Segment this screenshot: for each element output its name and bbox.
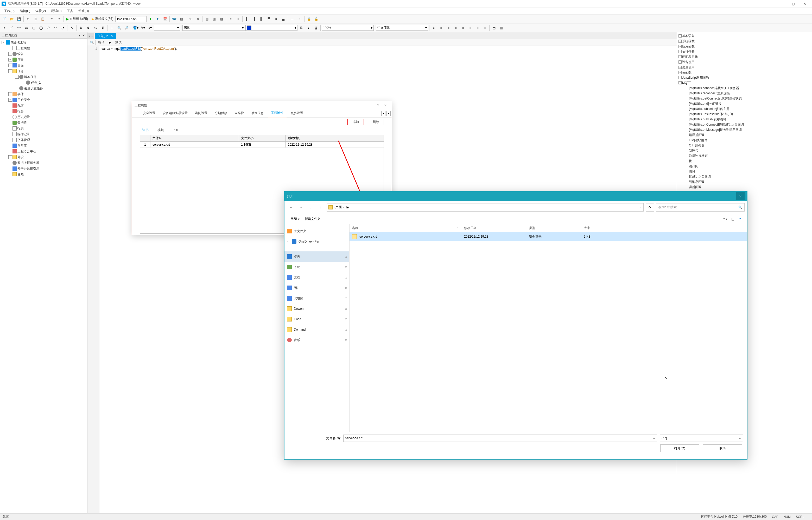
lineweight-combo[interactable]: ▾ [154, 25, 180, 31]
tree-item[interactable]: −脚本任务 [1, 74, 87, 80]
download-icon[interactable]: ⬇ [147, 16, 154, 22]
organize-menu[interactable]: 组织▾ [288, 216, 302, 222]
subtab-cert[interactable]: 证书 [140, 127, 151, 133]
al-left-icon[interactable]: ▌ [244, 16, 250, 22]
sub-search-icon[interactable]: 🔍 [89, 40, 95, 45]
add-button[interactable]: 添加 [347, 119, 364, 125]
tree-root[interactable]: −未命名工程 [1, 40, 87, 45]
close-button[interactable]: ✕ [799, 0, 810, 7]
sidebar-item[interactable]: 此电脑⊘ [284, 293, 349, 304]
underline-icon[interactable]: U [313, 25, 319, 31]
rt-cat[interactable]: +执行任务 [677, 49, 811, 54]
open-dialog-header[interactable]: 打开 ✕ [284, 191, 747, 201]
tree-item[interactable]: +外设 [1, 154, 87, 160]
rt-item[interactable]: [MqttUtils.end]关闭链接 [677, 101, 811, 106]
c7-icon[interactable]: ■ [474, 25, 481, 31]
xy-icon[interactable]: ⊹ [109, 25, 115, 31]
new-folder-button[interactable]: 新建文件夹 [302, 216, 323, 222]
dialog-tab[interactable]: 更多设置 [287, 109, 306, 117]
fontcolor-combo[interactable]: ▾ [246, 25, 298, 31]
cut-icon[interactable]: ✂ [25, 16, 31, 22]
file-row[interactable]: server-ca.crt 2022/12/12 19:23 安全证书 2 KB [349, 232, 747, 241]
col-size[interactable]: 大小 [581, 226, 747, 230]
dialog-tab[interactable]: 设备端服务器设置 [160, 109, 191, 117]
editor-tab[interactable]: 任务_1* ✕ [95, 33, 116, 39]
tree-item[interactable]: 工程语言中心 [1, 149, 87, 154]
col-filename[interactable]: 文件名 [150, 135, 239, 141]
minimize-button[interactable]: — [776, 0, 787, 7]
nav-back-icon[interactable]: ← [287, 204, 295, 211]
rt-cat[interactable]: +应用函数 [677, 44, 811, 49]
rt-item[interactable]: File]读取附件 [677, 137, 811, 143]
rt-item[interactable]: 消息 [677, 169, 811, 174]
menu-debug[interactable]: 调试(D) [48, 8, 64, 14]
rt-cat[interactable]: +系统函数 [677, 38, 811, 44]
dialog-tab[interactable]: 云维护 [231, 109, 247, 117]
italic-icon[interactable]: I [305, 25, 312, 31]
pin-icon[interactable]: ⊘ [345, 255, 347, 258]
layers-icon[interactable]: ▤ [491, 25, 497, 31]
tree-item[interactable]: 报警 [1, 108, 87, 114]
tab-scroll-left-icon[interactable]: ◂ [87, 33, 90, 39]
tree-item[interactable]: 数据组 [1, 120, 87, 126]
tree-item[interactable]: −任务 [1, 68, 87, 74]
panel-close-icon[interactable]: ✕ [81, 33, 86, 37]
delete-button[interactable]: 删除 [368, 119, 384, 125]
open-help-icon[interactable]: ? [736, 215, 744, 223]
rt-item[interactable]: 到消息回调 [677, 179, 811, 184]
bold-icon[interactable]: B [298, 25, 305, 31]
nav-forward-icon[interactable]: → [297, 204, 305, 211]
breadcrumb-item[interactable]: file [345, 206, 349, 209]
polyline-icon[interactable]: 〰 [16, 25, 22, 31]
maximize-button[interactable]: ▢ [787, 0, 799, 7]
upload-icon[interactable]: ⬆ [154, 16, 161, 22]
tree-item[interactable]: 工程属性 [1, 45, 87, 51]
rt-cat-mqtt[interactable]: −MQTT [677, 80, 811, 85]
c8-icon[interactable]: ■ [481, 25, 488, 31]
sidebar-item[interactable]: 音乐⊘ [284, 335, 349, 345]
col-created[interactable]: 创建时间 [286, 135, 384, 141]
rt-item[interactable]: 新连接 [677, 148, 811, 153]
rt-cat[interactable]: +基本语句 [677, 33, 811, 38]
al-mid-icon[interactable]: ■ [273, 16, 280, 22]
menu-view[interactable]: 查看(V) [33, 8, 48, 14]
ip-input[interactable]: 192.168.15.56 [115, 16, 146, 22]
tree-item[interactable]: +变量 [1, 57, 87, 62]
preview-pane-icon[interactable]: ◫ [729, 215, 736, 223]
tree-item[interactable]: 任务_1 [1, 80, 87, 85]
dialog-header[interactable]: 工程属性 ? ✕ [132, 101, 392, 109]
function-tree[interactable]: +基本语句 +系统函数 +应用函数 +执行任务 +画面和图元 +设备引用 +变量… [677, 32, 812, 191]
tree-item[interactable]: +设备 [1, 51, 87, 57]
tab-scroll-right-icon[interactable]: ▸ [90, 33, 94, 39]
pin-icon[interactable]: ⊘ [345, 276, 347, 279]
sidebar-item[interactable]: Demand⊘ [284, 324, 349, 335]
sidebar-item[interactable]: 图片⊘ [284, 283, 349, 293]
tree-item[interactable]: 音频 [1, 172, 87, 177]
rt-item[interactable]: 错误后回调 [677, 132, 811, 137]
copy-icon[interactable]: ⎘ [32, 16, 39, 22]
pin-icon[interactable]: ⊘ [345, 297, 347, 300]
filter-combo[interactable]: (*.*)⌄ [660, 435, 743, 442]
mw-icon[interactable]: MW [171, 16, 177, 22]
panel-dropdown-icon[interactable]: ▾ [77, 33, 81, 37]
tree-item[interactable]: 图形库 [1, 143, 87, 149]
tree-item[interactable]: +事件 [1, 91, 87, 97]
save-icon[interactable]: 💾 [16, 16, 22, 22]
filename-input[interactable]: server-ca.crt⌄ [343, 435, 657, 442]
al-top-icon[interactable]: ▀ [265, 16, 272, 22]
sub-run-icon[interactable]: ▶ [107, 40, 113, 45]
sidebar-item[interactable]: 下载⊘ [284, 262, 349, 272]
rt-item[interactable]: 接 [677, 158, 811, 164]
test-button[interactable]: 测试 [113, 40, 123, 45]
breadcrumb-item[interactable]: 桌面 [335, 205, 342, 209]
rt-item[interactable]: [MqttUtils.subscribe]订阅主题 [677, 106, 811, 111]
tree-item[interactable]: +画面 [1, 62, 87, 68]
dialog-tab-active[interactable]: 工程附件 [268, 109, 286, 117]
pin-icon[interactable]: ⊘ [345, 328, 347, 331]
roundrect-icon[interactable]: ▢ [30, 25, 37, 31]
rt-item[interactable]: [MqttUtils.onConnect]连接成功之后回调 [677, 122, 811, 127]
dialog-help-icon[interactable]: ? [374, 102, 382, 109]
pointer-icon[interactable]: ➤ [1, 25, 8, 31]
undo-icon[interactable]: ↶ [48, 16, 55, 22]
tree-item[interactable]: 配方 [1, 103, 87, 108]
